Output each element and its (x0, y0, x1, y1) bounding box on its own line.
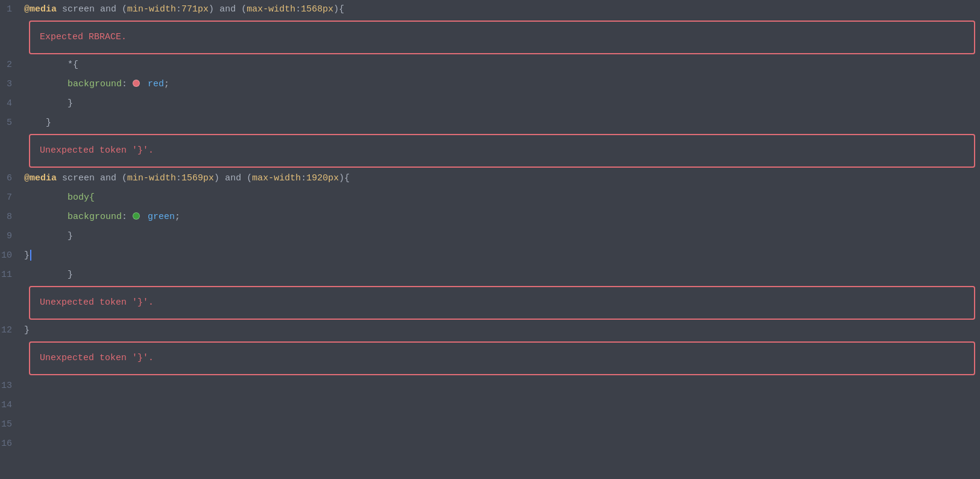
error-text-2: Unexpected token '}'. (40, 145, 154, 156)
green-color-swatch (133, 212, 140, 220)
line-2: 2 *{ (0, 56, 980, 75)
line-content-9: } (24, 227, 975, 246)
line-content-11: } (24, 265, 975, 285)
line-14: 14 (0, 396, 980, 415)
error-box-4: Unexpected token '}'. (29, 341, 975, 375)
line-content-7: body{ (24, 188, 975, 208)
line-number-16: 16 (0, 434, 24, 454)
line-number-13: 13 (0, 376, 24, 396)
line-number-6: 6 (0, 169, 24, 188)
error-text-1: Expected RBRACE. (40, 32, 127, 42)
line-number-5: 5 (0, 113, 24, 133)
line-content-10: } (24, 246, 975, 265)
line-content-5: } (24, 113, 975, 133)
line-content-12: } (24, 321, 975, 340)
line-number-15: 15 (0, 415, 24, 434)
line-13: 13 (0, 376, 980, 396)
line-8: 8 background: green; (0, 208, 980, 227)
line-7: 7 body{ (0, 188, 980, 208)
line-3: 3 background: red; (0, 75, 980, 94)
line-content-2: *{ (24, 56, 975, 75)
line-content-3: background: red; (24, 75, 975, 94)
line-5: 5 } (0, 113, 980, 133)
error-box-2: Unexpected token '}'. (29, 134, 975, 168)
line-11: 11 } (0, 265, 980, 285)
line-number-9: 9 (0, 227, 24, 246)
line-12: 12 } (0, 321, 980, 340)
line-number-2: 2 (0, 56, 24, 75)
line-1: 1 @media screen and (min-width:771px) an… (0, 0, 980, 19)
line-16: 16 (0, 434, 980, 454)
line-number-4: 4 (0, 94, 24, 113)
line-content-1: @media screen and (min-width:771px) and … (24, 0, 975, 19)
line-number-8: 8 (0, 208, 24, 227)
error-text-3: Unexpected token '}'. (40, 297, 154, 308)
line-number-14: 14 (0, 396, 24, 415)
error-box-3: Unexpected token '}'. (29, 286, 975, 320)
line-15: 15 (0, 415, 980, 434)
line-number-7: 7 (0, 188, 24, 208)
line-number-1: 1 (0, 0, 24, 19)
line-number-11: 11 (0, 265, 24, 285)
line-content-6: @media screen and (min-width:1569px) and… (24, 169, 975, 188)
text-cursor (30, 250, 31, 261)
line-9: 9 } (0, 227, 980, 246)
line-10: 10 } (0, 246, 980, 265)
error-text-4: Unexpected token '}'. (40, 353, 154, 363)
line-number-10: 10 (0, 246, 24, 265)
error-box-1: Expected RBRACE. (29, 21, 975, 54)
line-number-12: 12 (0, 321, 24, 340)
line-4: 4 } (0, 94, 980, 113)
line-number-3: 3 (0, 75, 24, 94)
code-editor[interactable]: 1 @media screen and (min-width:771px) an… (0, 0, 980, 454)
line-6: 6 @media screen and (min-width:1569px) a… (0, 169, 980, 188)
line-content-4: } (24, 94, 975, 113)
red-color-swatch (133, 80, 140, 87)
line-content-8: background: green; (24, 208, 975, 227)
